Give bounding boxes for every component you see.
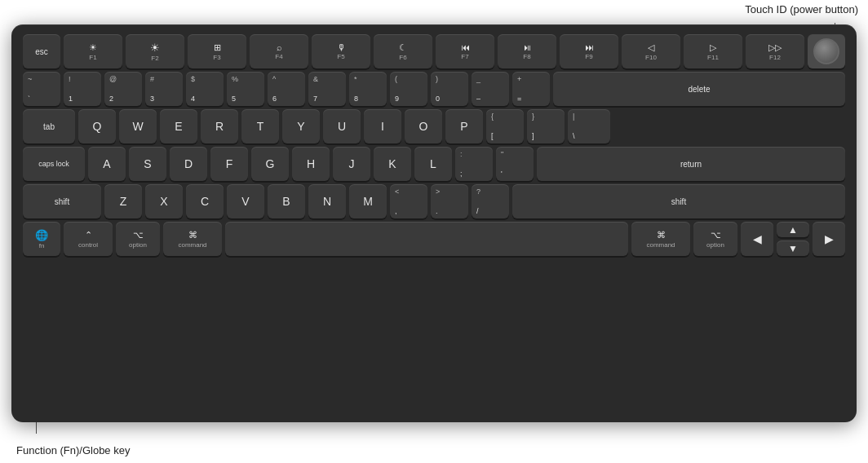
key-tab[interactable]: tab [23,109,75,143]
caps-row: caps lock A S D F G H J K L : ; " ' retu… [23,147,845,181]
key-7[interactable]: & 7 [308,72,346,106]
key-0[interactable]: ) 0 [431,72,468,106]
key-6[interactable]: ^ 6 [268,72,305,106]
tab-row: tab Q W E R T Y U I O P { [ } ] | \ [23,109,845,143]
key-f7[interactable]: ⏮ F7 [436,34,494,68]
key-2[interactable]: @ 2 [104,72,142,106]
key-w[interactable]: W [119,109,157,143]
key-shift-left[interactable]: shift [23,184,101,218]
key-j[interactable]: J [333,147,370,181]
key-y[interactable]: Y [282,109,320,143]
shift-row: shift Z X C V B N M < , > . ? / shift [23,184,845,218]
key-r[interactable]: R [201,109,238,143]
key-f12[interactable]: ▷▷ F12 [746,34,804,68]
key-g[interactable]: G [251,147,289,181]
key-option-right[interactable]: ⌥ option [693,222,737,256]
arrow-ud-wrap: ▲ ▼ [777,222,809,256]
key-command-left[interactable]: ⌘ command [163,222,222,256]
key-s[interactable]: S [129,147,166,181]
touchid-label: Touch ID (power button) [745,3,858,15]
key-fn[interactable]: 🌐 fn [23,222,60,256]
key-4[interactable]: $ 4 [186,72,224,106]
key-space[interactable] [225,222,628,256]
key-x[interactable]: X [145,184,183,218]
key-arrow-left[interactable]: ◀ [741,222,773,256]
key-f3[interactable]: ⊞ F3 [188,34,246,68]
key-z[interactable]: Z [104,184,142,218]
key-backslash[interactable]: | \ [568,109,610,143]
fn-label: Function (Fn)/Globe key [16,444,130,456]
key-semicolon[interactable]: : ; [455,147,493,181]
fn-row: esc ☀ F1 ☀ F2 ⊞ F3 ⌕ F4 🎙 F5 ☾ F6 [23,34,845,68]
key-p[interactable]: P [445,109,483,143]
key-n[interactable]: N [308,184,346,218]
key-9[interactable]: ( 9 [390,72,427,106]
key-f8[interactable]: ⏯ F8 [498,34,556,68]
key-touchid[interactable] [808,34,845,68]
key-capslock[interactable]: caps lock [23,147,85,181]
key-b[interactable]: B [268,184,305,218]
key-period[interactable]: > . [431,184,468,218]
key-arrow-down[interactable]: ▼ [777,240,809,256]
key-f11[interactable]: ▷ F11 [684,34,742,68]
key-f[interactable]: F [210,147,248,181]
key-return[interactable]: return [537,147,845,181]
key-5[interactable]: % 5 [227,72,264,106]
key-f6[interactable]: ☾ F6 [374,34,432,68]
key-bracket-close[interactable]: } ] [527,109,565,143]
key-m[interactable]: M [349,184,387,218]
key-arrow-right[interactable]: ▶ [813,222,845,256]
bottom-row: 🌐 fn ⌃ control ⌥ option ⌘ command ⌘ comm… [23,222,845,256]
key-command-right[interactable]: ⌘ command [631,222,690,256]
key-v[interactable]: V [227,184,264,218]
touchid-sensor [813,38,839,64]
number-row: ~ ` ! 1 @ 2 # 3 $ 4 % 5 ^ 6 & 7 [23,72,845,106]
key-u[interactable]: U [323,109,361,143]
key-comma[interactable]: < , [390,184,427,218]
key-o[interactable]: O [405,109,442,143]
key-equals[interactable]: + = [512,72,550,106]
key-quote[interactable]: " ' [496,147,534,181]
key-f9[interactable]: ⏭ F9 [560,34,618,68]
key-f4[interactable]: ⌕ F4 [250,34,308,68]
key-c[interactable]: C [186,184,224,218]
key-e[interactable]: E [160,109,197,143]
key-f2[interactable]: ☀ F2 [126,34,184,68]
key-1[interactable]: ! 1 [64,72,101,106]
key-l[interactable]: L [414,147,452,181]
keyboard: esc ☀ F1 ☀ F2 ⊞ F3 ⌕ F4 🎙 F5 ☾ F6 [11,24,857,422]
key-minus[interactable]: _ – [472,72,509,106]
key-h[interactable]: H [292,147,330,181]
key-arrow-up[interactable]: ▲ [777,222,809,237]
key-t[interactable]: T [241,109,279,143]
key-f1[interactable]: ☀ F1 [64,34,122,68]
key-a[interactable]: A [88,147,126,181]
key-q[interactable]: Q [78,109,116,143]
key-option-left[interactable]: ⌥ option [116,222,160,256]
key-f5[interactable]: 🎙 F5 [312,34,370,68]
key-backtick[interactable]: ~ ` [23,72,60,106]
key-esc[interactable]: esc [23,34,60,68]
key-f10[interactable]: ◁ F10 [622,34,680,68]
key-k[interactable]: K [374,147,411,181]
key-d[interactable]: D [170,147,207,181]
key-slash[interactable]: ? / [472,184,509,218]
touchid-annotation: Touch ID (power button) [745,3,858,15]
key-delete[interactable]: delete [553,72,845,106]
key-3[interactable]: # 3 [145,72,183,106]
key-bracket-open[interactable]: { [ [486,109,524,143]
fn-annotation: Function (Fn)/Globe key [16,444,130,456]
key-control[interactable]: ⌃ control [64,222,113,256]
key-i[interactable]: I [364,109,401,143]
key-8[interactable]: * 8 [349,72,387,106]
key-shift-right[interactable]: shift [512,184,845,218]
